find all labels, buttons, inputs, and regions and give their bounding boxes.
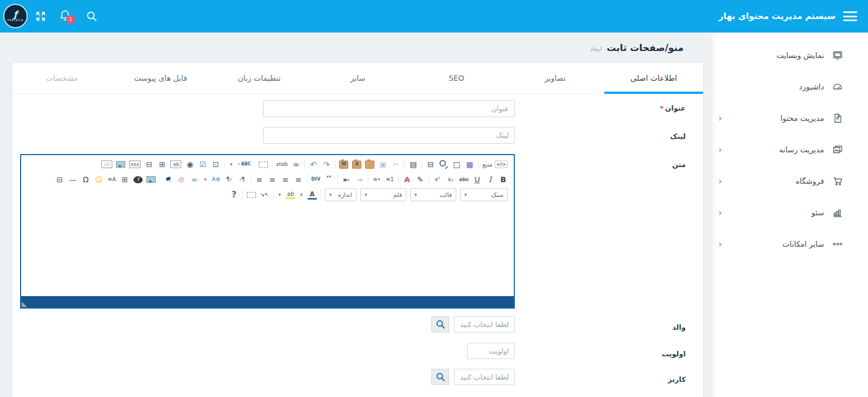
menu-toggle-button[interactable] bbox=[843, 11, 857, 21]
cut-icon[interactable]: ✂ bbox=[391, 159, 400, 170]
sidebar-item-media-management[interactable]: مدیریت رسانه ‹ bbox=[711, 134, 868, 165]
align-center-icon[interactable]: ≡ bbox=[281, 174, 290, 185]
bold-icon[interactable]: B bbox=[499, 174, 508, 185]
templates-icon[interactable]: ▤ bbox=[409, 159, 418, 170]
find-icon[interactable]: ∞ bbox=[291, 159, 301, 170]
notifications-button[interactable]: 1 bbox=[59, 0, 72, 33]
ltr-icon[interactable]: ¶› bbox=[238, 174, 247, 185]
search-button[interactable] bbox=[86, 0, 98, 33]
background-color-icon[interactable]: ab bbox=[286, 190, 295, 199]
sidebar-item-other-features[interactable]: سایر امکانات ‹ bbox=[711, 228, 868, 260]
page-break-icon[interactable]: ⊟ bbox=[55, 174, 65, 185]
source-button[interactable]: </>منبع bbox=[482, 161, 508, 168]
sidebar-item-content-management[interactable]: مدیریت محتوا ‹ bbox=[711, 103, 868, 134]
tab-main-info[interactable]: اطلاعات اصلی bbox=[604, 63, 703, 93]
redo-icon[interactable]: ↷ bbox=[322, 159, 331, 170]
copy-formatting-icon[interactable]: ✎ bbox=[416, 174, 425, 185]
table-icon[interactable]: ⊞ bbox=[120, 174, 130, 185]
superscript-icon[interactable]: x² bbox=[433, 174, 442, 185]
copy-icon[interactable]: ▣ bbox=[378, 159, 387, 170]
text-color-icon[interactable]: A bbox=[308, 190, 317, 200]
strikethrough-icon[interactable]: abc bbox=[459, 174, 469, 185]
tab-other[interactable]: سایر bbox=[309, 63, 407, 93]
spell-check-icon[interactable]: ABC✓ bbox=[237, 159, 251, 170]
link-icon[interactable]: ∞ bbox=[190, 174, 199, 185]
increase-indent-icon[interactable]: ⇥ bbox=[355, 174, 364, 185]
parent-search-button[interactable] bbox=[431, 316, 449, 332]
save-icon[interactable]: ▦ bbox=[465, 159, 474, 170]
unlink-icon[interactable]: ⊘ bbox=[177, 174, 186, 185]
link-input[interactable] bbox=[263, 127, 515, 144]
sidebar-item-shop[interactable]: فروشگاه ‹ bbox=[711, 165, 868, 197]
fullscreen-button[interactable] bbox=[35, 0, 47, 33]
radio-button-icon[interactable]: ◉ bbox=[185, 159, 194, 170]
align-left-icon[interactable]: ≡ bbox=[268, 174, 277, 185]
show-blocks-icon[interactable] bbox=[247, 192, 256, 198]
underline-icon[interactable]: U bbox=[473, 174, 482, 185]
editor-content[interactable] bbox=[21, 203, 514, 296]
remove-format-icon[interactable]: A bbox=[403, 174, 412, 185]
parent-input[interactable] bbox=[454, 316, 515, 332]
help-icon[interactable]: ? bbox=[229, 189, 239, 200]
language-icon[interactable]: ⊕A bbox=[212, 174, 221, 185]
priority-input[interactable] bbox=[467, 343, 515, 359]
new-page-icon[interactable]: □ bbox=[452, 159, 461, 170]
anchor-icon[interactable]: ⚑ bbox=[164, 174, 173, 185]
bulleted-list-icon[interactable]: •≡ bbox=[372, 174, 381, 185]
decrease-indent-icon[interactable]: ⇤ bbox=[342, 174, 351, 185]
sidebar-item-seo[interactable]: سئو ‹ bbox=[711, 197, 868, 228]
tab-language-settings[interactable]: تنظیمات زبان bbox=[210, 63, 309, 93]
sidebar-item-dashboard[interactable]: داشبورد bbox=[711, 71, 868, 103]
hidden-field-icon[interactable]: xxx bbox=[129, 161, 141, 168]
textarea-icon[interactable]: ⊟ bbox=[144, 159, 154, 170]
format-select[interactable]: قالب▾ bbox=[410, 188, 456, 201]
select-all-icon[interactable] bbox=[259, 162, 268, 168]
image-button-icon[interactable] bbox=[116, 161, 125, 168]
replace-icon[interactable]: ab⇄ bbox=[276, 159, 288, 170]
image-icon[interactable] bbox=[146, 176, 156, 183]
button-icon[interactable]: ab bbox=[101, 161, 112, 168]
rtl-icon[interactable]: ‹¶ bbox=[225, 174, 234, 185]
text-color-caret-icon[interactable]: ▾ bbox=[299, 189, 304, 200]
user-input[interactable] bbox=[454, 369, 515, 385]
tab-images[interactable]: تصاویر bbox=[506, 63, 604, 93]
tab-attachments[interactable]: فایل های پیوست bbox=[111, 63, 210, 93]
align-justify-icon[interactable]: ≡ bbox=[255, 174, 264, 185]
form-icon[interactable]: ⊡ bbox=[211, 159, 220, 170]
toolbar-group: ⊡☑◉ab⊞⊟xxxab bbox=[98, 159, 225, 170]
undo-icon[interactable]: ↶ bbox=[309, 159, 318, 170]
maximize-icon[interactable]: ↖↘ bbox=[260, 189, 269, 200]
preview-icon[interactable] bbox=[439, 159, 448, 170]
size-select[interactable]: اندازه▾ bbox=[325, 188, 356, 201]
italic-icon[interactable]: I bbox=[486, 174, 495, 185]
sidebar-item-view-website[interactable]: نمایش وبسایت bbox=[711, 40, 868, 71]
style-select[interactable]: سبک▾ bbox=[460, 188, 508, 201]
checkbox-icon[interactable]: ☑ bbox=[198, 159, 207, 170]
selection-field-icon[interactable]: ⊞ bbox=[157, 159, 167, 170]
paste-icon[interactable] bbox=[365, 161, 374, 169]
smiley-icon[interactable]: ☺ bbox=[94, 174, 104, 185]
font-select[interactable]: قلم▾ bbox=[360, 188, 406, 201]
text-format-icon[interactable]: A≡ bbox=[107, 174, 117, 185]
user-search-button[interactable] bbox=[431, 369, 449, 385]
text-field-icon[interactable]: ab bbox=[170, 161, 181, 168]
flash-icon[interactable]: f bbox=[133, 176, 143, 183]
paste-as-text-icon[interactable]: A bbox=[352, 161, 361, 169]
app-logo[interactable]: ƒ FARTECH bbox=[3, 4, 28, 28]
align-right-icon[interactable]: ≡ bbox=[294, 174, 303, 185]
tab-specifications[interactable]: مشخصات bbox=[12, 63, 111, 93]
tab-seo[interactable]: SEO bbox=[407, 63, 506, 93]
language-caret-icon[interactable]: ▾ bbox=[203, 174, 208, 185]
horizontal-rule-icon[interactable]: — bbox=[68, 174, 78, 185]
div-container-icon[interactable]: DIV bbox=[311, 174, 321, 185]
special-character-icon[interactable]: Ω bbox=[81, 174, 91, 185]
numbered-list-icon[interactable]: 1≡ bbox=[385, 174, 394, 185]
title-input[interactable] bbox=[263, 100, 515, 117]
paste-from-word-icon[interactable]: W bbox=[339, 161, 348, 169]
print-icon[interactable]: ⊟ bbox=[426, 159, 435, 170]
subscript-icon[interactable]: x₂ bbox=[446, 174, 455, 185]
background-color-caret-icon[interactable]: ▾ bbox=[277, 189, 282, 200]
resize-handle[interactable] bbox=[22, 302, 27, 307]
blockquote-icon[interactable]: ” bbox=[324, 176, 334, 183]
spell-check-caret-icon[interactable]: ▾ bbox=[228, 159, 233, 170]
